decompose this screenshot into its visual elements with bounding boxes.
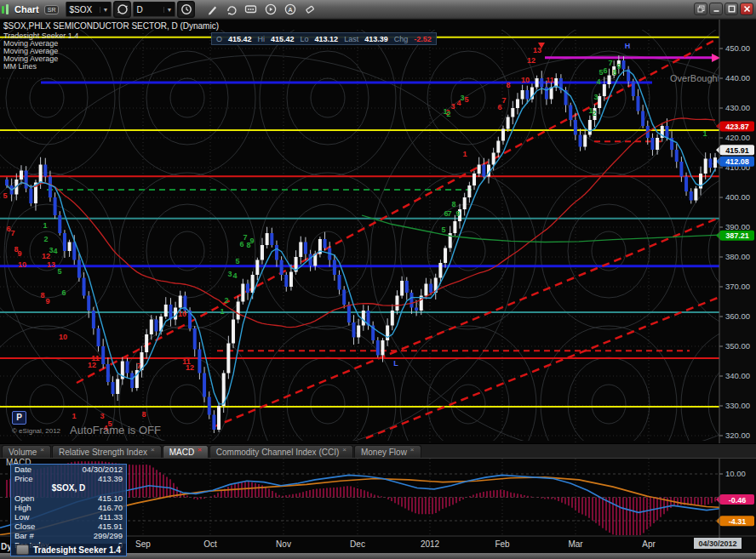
svg-text:360.00: 360.00 — [725, 311, 750, 321]
svg-text:1: 1 — [72, 412, 76, 420]
svg-text:Apr: Apr — [642, 539, 656, 549]
data-window-row: Date04/30/2012 — [11, 465, 126, 474]
svg-text:9: 9 — [17, 249, 21, 258]
chevron-down-icon[interactable]: ▼ — [100, 7, 109, 13]
svg-text:-0.46: -0.46 — [729, 496, 747, 505]
quote-label: O — [216, 35, 222, 43]
page-button[interactable]: P — [12, 411, 26, 425]
tab-label: MACD — [169, 448, 194, 457]
title-bar: Chart SR $SOX ▼ D ▼ — [0, 0, 756, 20]
svg-text:7: 7 — [447, 209, 451, 218]
clock-icon — [180, 3, 192, 15]
symbol-combobox[interactable]: $SOX ▼ — [66, 2, 112, 17]
interval-combobox[interactable]: D ▼ — [133, 2, 175, 17]
maximize-button[interactable] — [724, 3, 738, 15]
data-window: Date04/30/2012Price413.39$SOX, DOpen415.… — [10, 464, 127, 556]
tab-money-flow[interactable]: Money Flow× — [354, 445, 421, 458]
window-title: Chart — [14, 4, 39, 14]
tab-close-icon[interactable]: × — [410, 446, 415, 453]
svg-text:8: 8 — [40, 291, 44, 299]
svg-text:320.00: 320.00 — [725, 431, 750, 440]
svg-text:450.00: 450.00 — [725, 43, 750, 53]
redo-icon — [226, 3, 238, 15]
tab-volume[interactable]: Volume× — [2, 445, 51, 458]
restore-button[interactable] — [694, 3, 707, 15]
data-window-row: Price413.39 — [11, 474, 126, 483]
svg-text:7: 7 — [608, 59, 612, 67]
svg-text:11: 11 — [546, 76, 554, 84]
svg-text:7: 7 — [10, 229, 14, 237]
time-button[interactable] — [177, 1, 195, 18]
tradesight-footer-label: Tradesight Seeker 1.4 — [33, 545, 121, 555]
svg-text:330.00: 330.00 — [725, 401, 750, 410]
tab-close-icon[interactable]: × — [40, 446, 44, 453]
pencil-icon — [206, 3, 218, 15]
svg-text:4: 4 — [596, 77, 600, 86]
data-window-row: High416.70 — [11, 503, 126, 512]
tab-close-icon[interactable]: × — [198, 446, 202, 453]
svg-text:4: 4 — [53, 247, 57, 255]
svg-text:380.00: 380.00 — [725, 252, 750, 261]
svg-text:7: 7 — [501, 96, 506, 105]
svg-text:Mar: Mar — [568, 539, 583, 549]
svg-text:2: 2 — [592, 109, 596, 117]
tab-close-icon[interactable]: × — [151, 446, 155, 453]
tab-commodity-channel-index-cci-[interactable]: Commodity Channel Index (CCI)× — [209, 445, 353, 458]
svg-text:1: 1 — [43, 221, 47, 230]
svg-text:7: 7 — [136, 362, 140, 370]
draw-button[interactable] — [203, 2, 220, 17]
eraser-button[interactable] — [301, 2, 318, 17]
tab-macd[interactable]: MACD× — [163, 445, 209, 458]
refresh-icon — [117, 3, 129, 15]
svg-text:2012: 2012 — [421, 539, 440, 549]
svg-text:3: 3 — [227, 270, 232, 278]
svg-text:8: 8 — [506, 81, 510, 89]
quote-label: Chg — [394, 35, 409, 43]
minimize-button[interactable] — [709, 3, 723, 15]
svg-text:9: 9 — [45, 297, 49, 305]
svg-text:10: 10 — [59, 333, 67, 341]
auto-button[interactable]: A — [282, 2, 298, 17]
svg-text:Nov: Nov — [276, 539, 291, 549]
svg-text:1: 1 — [220, 307, 224, 316]
quote-label: Hi — [258, 35, 266, 43]
notes-button[interactable] — [243, 2, 259, 17]
legend-row: MM Lines — [3, 63, 78, 71]
svg-text:4: 4 — [232, 271, 237, 280]
tab-relative-strength-index[interactable]: Relative Strength Index× — [52, 445, 162, 458]
replay-button[interactable] — [262, 2, 278, 17]
tab-label: Commodity Channel Index (CCI) — [216, 448, 340, 457]
svg-text:10.00: 10.00 — [725, 469, 746, 478]
data-window-row: Close415.91 — [11, 522, 126, 531]
svg-text:5: 5 — [57, 267, 61, 276]
svg-text:H: H — [625, 42, 631, 50]
svg-text:440.00: 440.00 — [725, 73, 750, 83]
svg-text:04/30/2012: 04/30/2012 — [698, 539, 736, 548]
svg-text:3: 3 — [100, 412, 104, 420]
quote-value: -2.52 — [414, 35, 432, 43]
svg-text:400.00: 400.00 — [725, 192, 750, 202]
refresh-button[interactable] — [113, 1, 131, 18]
svg-text:9: 9 — [249, 237, 254, 245]
overbought-label: OverBought (Fra — [670, 73, 719, 83]
chevron-down-icon[interactable]: ▼ — [163, 7, 173, 13]
svg-text:3: 3 — [460, 94, 464, 102]
quote-label: Lo — [301, 35, 309, 43]
quote-value: 415.42 — [271, 35, 295, 43]
svg-text:350.00: 350.00 — [725, 341, 750, 351]
svg-text:390.00: 390.00 — [725, 222, 750, 231]
svg-text:10: 10 — [521, 76, 530, 84]
chart-window: { "window": { "title": "Chart", "badge":… — [0, 0, 756, 559]
tradesight-logo-icon — [16, 545, 29, 555]
close-button[interactable] — [740, 3, 753, 15]
tab-label: Money Flow — [361, 448, 407, 457]
tab-close-icon[interactable]: × — [342, 446, 346, 453]
redo-button[interactable] — [223, 2, 239, 17]
svg-text:L: L — [393, 359, 398, 368]
svg-text:5: 5 — [3, 191, 7, 200]
svg-text:12: 12 — [186, 363, 194, 372]
svg-text:6: 6 — [603, 66, 607, 75]
svg-text:2: 2 — [446, 110, 450, 118]
svg-text:2: 2 — [43, 235, 48, 243]
symbol-value: $SOX — [69, 5, 95, 14]
